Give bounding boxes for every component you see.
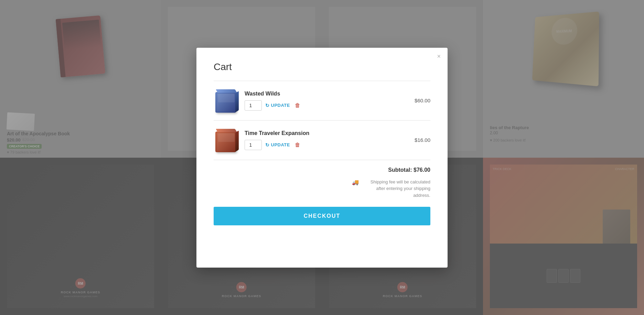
subtotal-label: Subtotal: — [388, 167, 412, 173]
truck-icon: 🚚 — [352, 179, 359, 185]
subtotal-value: $76.00 — [414, 167, 430, 173]
shipping-note: 🚚 Shipping fee will be calculated after … — [214, 179, 430, 199]
cart-item-name-wasted-wilds: Wasted Wilds — [245, 91, 399, 97]
cart-item-wasted-wilds: Wasted Wilds ↻ UPDATE 🗑 $60.00 — [214, 81, 430, 120]
update-icon-time-traveler: ↻ — [265, 142, 270, 148]
checkout-button[interactable]: CHECKOUT — [214, 207, 430, 225]
time-traveler-box-img — [215, 132, 236, 152]
cart-controls-wasted-wilds: ↻ UPDATE 🗑 — [245, 100, 399, 111]
qty-input-time-traveler[interactable] — [245, 140, 262, 150]
qty-input-wasted-wilds[interactable] — [245, 100, 262, 111]
cart-item-img-time-traveler — [214, 128, 238, 152]
delete-btn-wasted-wilds[interactable]: 🗑 — [293, 102, 302, 109]
cart-item-name-time-traveler: Time Traveler Expansion — [245, 130, 399, 136]
close-button[interactable]: × — [437, 53, 441, 59]
update-icon-wasted-wilds: ↻ — [265, 103, 270, 108]
cart-controls-time-traveler: ↻ UPDATE 🗑 — [245, 140, 399, 150]
cart-item-info-wasted-wilds: Wasted Wilds ↻ UPDATE 🗑 — [245, 91, 399, 111]
cart-item-info-time-traveler: Time Traveler Expansion ↻ UPDATE 🗑 — [245, 130, 399, 150]
modal-overlay: × Cart Wasted Wilds — [0, 0, 644, 315]
cart-item-img-wasted-wilds — [214, 89, 238, 113]
cart-item-price-wasted-wilds: $60.00 — [406, 98, 430, 103]
delete-btn-time-traveler[interactable]: 🗑 — [293, 142, 302, 148]
update-label-wasted-wilds: UPDATE — [271, 103, 290, 108]
update-btn-time-traveler[interactable]: ↻ UPDATE — [265, 142, 290, 148]
cart-item-time-traveler: Time Traveler Expansion ↻ UPDATE 🗑 $16.0… — [214, 121, 430, 160]
update-btn-wasted-wilds[interactable]: ↻ UPDATE — [265, 103, 290, 108]
cart-item-price-time-traveler: $16.00 — [406, 137, 430, 143]
subtotal-line: Subtotal: $76.00 — [214, 167, 430, 173]
cart-modal: × Cart Wasted Wilds — [196, 48, 448, 268]
shipping-text: Shipping fee will be calculated after en… — [362, 179, 430, 199]
update-label-time-traveler: UPDATE — [271, 142, 290, 147]
cart-summary: Subtotal: $76.00 🚚 Shipping fee will be … — [214, 160, 430, 229]
modal-title: Cart — [214, 61, 430, 72]
wasted-wilds-box-img — [215, 92, 236, 113]
